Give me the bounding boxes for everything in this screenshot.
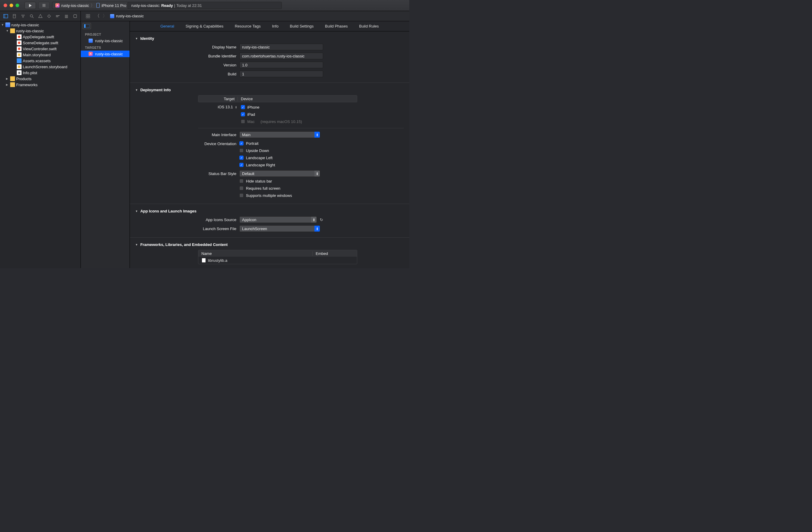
device-mac[interactable]: Mac (requires macOS 10.15) — [241, 118, 302, 125]
statusbar-label: Status Bar Style — [141, 170, 236, 198]
statusbar-select[interactable]: Default ▴▾ — [240, 170, 320, 177]
build-field[interactable]: 1 — [240, 71, 323, 77]
orientation-landscape-left[interactable]: ✓Landscape Left — [240, 155, 323, 161]
disclosure-icon[interactable]: ▼ — [135, 37, 138, 40]
tab-resource-tags[interactable]: Resource Tags — [235, 24, 261, 28]
orientation-label-text: Landscape Right — [246, 163, 275, 167]
checkbox-icon[interactable]: ✓ — [241, 105, 245, 109]
disclosure-icon[interactable]: ▶ — [6, 77, 9, 80]
test-navigator-icon[interactable] — [45, 12, 53, 20]
folder-icon — [10, 28, 15, 33]
tree-file[interactable]: Main.storyboard — [0, 52, 81, 58]
orientation-portrait[interactable]: ✓Portrait — [240, 140, 323, 146]
forward-icon[interactable]: 〉 — [103, 13, 107, 19]
minimize-icon[interactable] — [10, 4, 13, 7]
bundle-id-field[interactable]: com.robertohuertas.rusty-ios-classic — [240, 53, 323, 59]
editor-layout-icon[interactable] — [83, 23, 91, 29]
source-control-navigator-icon[interactable] — [11, 12, 18, 20]
disclosure-icon[interactable]: ▶ — [6, 83, 9, 86]
zoom-icon[interactable] — [16, 4, 19, 7]
disclosure-icon[interactable]: ▼ — [135, 210, 138, 213]
checkbox-icon[interactable] — [240, 193, 244, 198]
issue-navigator-icon[interactable] — [37, 12, 44, 20]
checkbox-icon[interactable]: ✓ — [240, 163, 244, 167]
main-interface-select[interactable]: Main ▴▾ — [240, 131, 320, 138]
report-navigator-icon[interactable] — [71, 12, 79, 20]
checkbox-icon[interactable] — [240, 148, 244, 153]
device-ipad[interactable]: ✓iPad — [241, 111, 302, 117]
symbol-navigator-icon[interactable] — [19, 12, 27, 20]
orientation-upsidedown[interactable]: Upside Down — [240, 147, 323, 154]
close-icon[interactable] — [4, 4, 7, 7]
tree-file[interactable]: Assets.xcassets — [0, 58, 81, 64]
supports-multiple-windows[interactable]: Supports multiple windows — [240, 192, 323, 198]
target-item[interactable]: rusty-ios-classic — [81, 51, 130, 57]
breadcrumb[interactable]: rusty-ios-classic — [110, 14, 144, 18]
back-icon[interactable]: 〈 — [95, 13, 100, 19]
breadcrumb-label: rusty-ios-classic — [116, 14, 144, 18]
orientation-landscape-right[interactable]: ✓Landscape Right — [240, 162, 323, 168]
disclosure-icon[interactable]: ▼ — [1, 23, 4, 26]
checkbox-icon[interactable]: ✓ — [240, 156, 244, 160]
tree-group[interactable]: ▶ Products — [0, 76, 81, 82]
framework-row[interactable]: librustylib.a — [198, 257, 357, 264]
tab-general[interactable]: General — [160, 24, 174, 28]
tree-file[interactable]: Info.plist — [0, 70, 81, 76]
tree-root[interactable]: ▼ rusty-ios-classic — [0, 22, 81, 28]
tab-build-rules[interactable]: Build Rules — [359, 24, 379, 28]
ios-version-select[interactable]: iOS 13.1 ▲▼ — [218, 104, 237, 109]
section-header[interactable]: ▼ App Icons and Launch Images — [135, 207, 404, 216]
tree-file[interactable]: AppDelegate.swift — [0, 34, 81, 40]
tab-build-phases[interactable]: Build Phases — [325, 24, 348, 28]
breakpoint-navigator-icon[interactable] — [62, 12, 70, 20]
tree-file[interactable]: SceneDelegate.swift — [0, 40, 81, 46]
requires-full-screen[interactable]: Requires full screen — [240, 185, 323, 191]
checkbox-icon[interactable] — [240, 186, 244, 190]
folder-icon — [10, 82, 15, 87]
refresh-icon[interactable]: ↻ — [320, 217, 323, 222]
checkbox-icon[interactable] — [241, 119, 245, 124]
checkbox-icon[interactable]: ✓ — [240, 141, 244, 145]
tree-file[interactable]: ViewController.swift — [0, 46, 81, 52]
find-navigator-icon[interactable] — [28, 12, 35, 20]
checkbox-icon[interactable]: ✓ — [241, 112, 245, 116]
disclosure-icon[interactable]: ▼ — [135, 89, 138, 91]
svg-rect-3 — [13, 14, 16, 18]
tab-info[interactable]: Info — [272, 24, 278, 28]
activity-status[interactable]: rusty-ios-classic: Ready | Today at 22:3… — [128, 2, 282, 9]
hide-status-bar[interactable]: Hide status bar — [240, 178, 323, 184]
tree-group[interactable]: ▼ rusty-ios-classic — [0, 28, 81, 34]
display-name-field[interactable]: rusty-ios-classic — [240, 44, 323, 50]
project-navigator-icon[interactable] — [2, 12, 9, 20]
device-iphone[interactable]: ✓iPhone — [241, 104, 302, 110]
bundle-id-label: Bundle Identifier — [141, 53, 236, 59]
stop-button[interactable] — [38, 2, 50, 9]
storyboard-file-icon — [17, 52, 21, 57]
section-deployment: ▼ Deployment Info Target Device iOS 13.1… — [130, 83, 409, 204]
debug-navigator-icon[interactable] — [54, 12, 61, 20]
disclosure-icon[interactable]: ▼ — [6, 29, 9, 32]
tab-build-settings[interactable]: Build Settings — [290, 24, 314, 28]
checkbox-icon[interactable] — [240, 179, 244, 183]
orientation-label-text: Landscape Left — [246, 156, 273, 160]
related-items-icon[interactable] — [84, 12, 92, 20]
section-header[interactable]: ▼ Frameworks, Libraries, and Embedded Co… — [135, 241, 404, 250]
svg-rect-13 — [56, 16, 58, 17]
section-header[interactable]: ▼ Deployment Info — [135, 86, 404, 95]
tree-file[interactable]: LaunchScreen.storyboard — [0, 64, 81, 70]
app-icons-source-select[interactable]: AppIcon ▴▾ — [240, 216, 317, 223]
project-item[interactable]: rusty-ios-classic — [81, 38, 130, 44]
section-title: App Icons and Launch Images — [140, 209, 197, 213]
plist-file-icon — [17, 70, 21, 75]
scheme-selector[interactable]: rusty-ios-classic 〉 iPhone 11 Pro Max — [52, 2, 138, 9]
launch-screen-label: Launch Screen File — [141, 225, 236, 232]
tab-signing[interactable]: Signing & Capabilities — [186, 24, 223, 28]
run-button[interactable] — [25, 2, 36, 9]
stepper-icon[interactable]: ▲▼ — [235, 106, 237, 109]
disclosure-icon[interactable]: ▼ — [135, 243, 138, 246]
svg-rect-12 — [56, 15, 60, 16]
version-field[interactable]: 1.0 — [240, 62, 323, 68]
launch-screen-select[interactable]: LaunchScreen ▴▾ — [240, 225, 320, 232]
section-header[interactable]: ▼ Identity — [135, 34, 404, 44]
tree-group[interactable]: ▶ Frameworks — [0, 82, 81, 88]
